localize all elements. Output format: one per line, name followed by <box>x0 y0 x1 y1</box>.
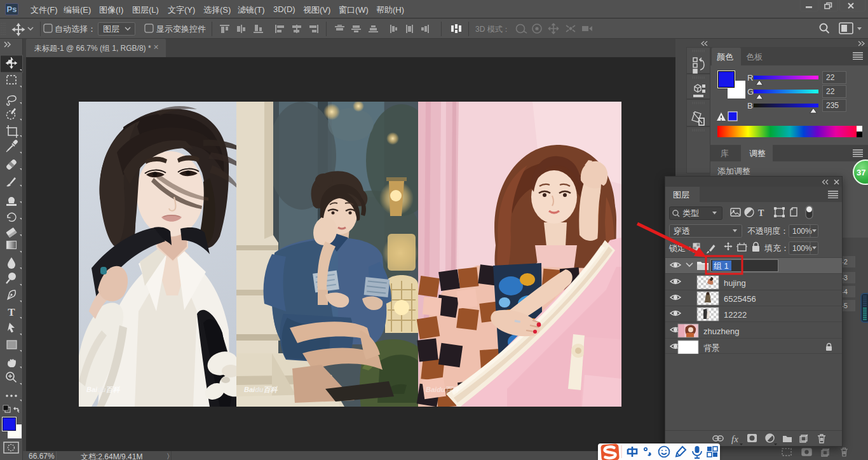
svg-text:T: T <box>758 208 764 218</box>
svg-text:235: 235 <box>826 101 839 110</box>
svg-text:Baidu百科: Baidu百科 <box>426 386 460 393</box>
svg-text:R: R <box>747 73 753 83</box>
svg-text:Baidu百科: Baidu百科 <box>86 386 121 393</box>
svg-text:填充：: 填充： <box>764 243 789 253</box>
svg-text:G: G <box>747 87 754 97</box>
svg-text:100%: 100% <box>792 244 812 253</box>
svg-text:12222: 12222 <box>724 310 747 320</box>
svg-text:zhuzheng: zhuzheng <box>703 327 739 336</box>
svg-text:22: 22 <box>826 73 835 82</box>
svg-text:T: T <box>8 306 15 318</box>
svg-text:fx: fx <box>731 434 738 444</box>
svg-text:22: 22 <box>826 87 835 96</box>
svg-text:6525456: 6525456 <box>724 294 756 304</box>
svg-text:Baidu百科: Baidu百科 <box>244 386 278 393</box>
svg-text:B: B <box>747 101 753 111</box>
svg-text:背景: 背景 <box>703 343 720 353</box>
svg-text:100%: 100% <box>792 227 812 236</box>
